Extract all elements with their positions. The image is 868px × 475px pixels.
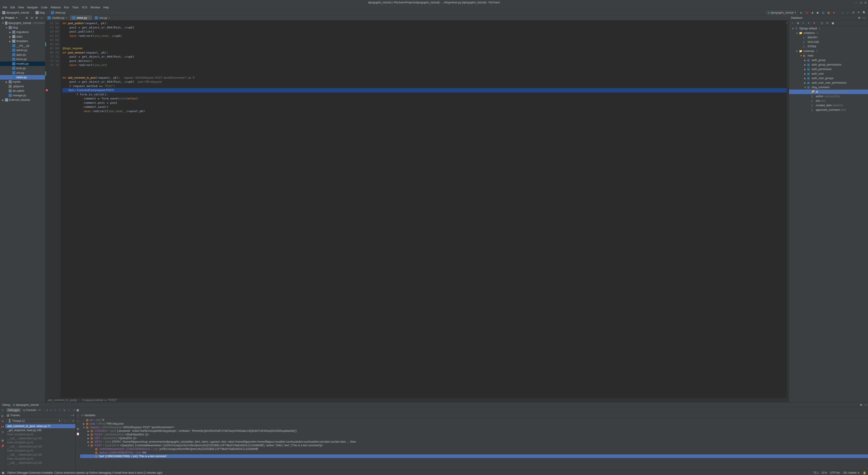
run-config-selector[interactable]: dj djangogirls_tutorial ▼ — [766, 10, 798, 15]
tree-row[interactable]: db.sqlite3 — [0, 89, 45, 93]
coverage-icon[interactable]: ⬗ — [810, 11, 814, 15]
tree-row[interactable]: ▶mysite — [0, 80, 45, 84]
tree-row[interactable]: apps.py — [0, 53, 45, 57]
concurrency-icon[interactable]: ▤ — [821, 11, 825, 15]
force-step-into-icon[interactable]: ⇲ — [62, 408, 66, 412]
db-tree-row[interactable]: ▯BINARY — [789, 35, 868, 40]
export-icon[interactable]: 📋 — [76, 432, 80, 436]
refresh-icon[interactable]: ↻ — [801, 21, 805, 25]
menu-navigate[interactable]: Navigate — [26, 5, 39, 9]
console-icon[interactable]: ▣ — [831, 21, 835, 25]
menu-run[interactable]: Run — [63, 5, 70, 9]
variable-row[interactable]: ▶▦META = {dict} {'PATH': '/home/filippov… — [80, 440, 868, 444]
prev-frame-icon[interactable]: ↑ — [63, 419, 67, 423]
run-to-cursor-icon[interactable]: →I — [71, 408, 75, 412]
menu-edit[interactable]: Edit — [9, 5, 16, 9]
breakpoint-icon[interactable] — [46, 89, 48, 91]
mute-breakpoints-icon[interactable]: ⊘ — [1, 430, 5, 434]
frame-list[interactable]: add_comment_to_post, views.py:71_get_res… — [5, 424, 75, 470]
tree-row[interactable]: .gitignore — [0, 84, 45, 89]
menu-tools[interactable]: Tools — [71, 5, 80, 9]
duplicate-icon[interactable]: ⧉ — [796, 21, 800, 25]
hide-icon[interactable]: — — [39, 16, 44, 20]
revert-icon[interactable]: ↶ — [857, 11, 861, 15]
menu-refactor[interactable]: Refactor — [49, 5, 62, 9]
tree-row[interactable]: forms.py — [0, 57, 45, 62]
tool-windows-icon[interactable]: ▣ — [2, 471, 4, 474]
profile-icon[interactable]: ◉ — [815, 11, 819, 15]
file-encoding[interactable]: UTF-8≑ — [830, 471, 840, 474]
scroll-from-source-icon[interactable]: ⊕ — [25, 16, 29, 20]
tree-row[interactable]: __init__.py — [0, 43, 45, 48]
menu-code[interactable]: Code — [39, 5, 49, 9]
db-tree-row[interactable]: ▶▦auth_permission — [789, 67, 868, 71]
evaluate-icon[interactable]: ▦ — [76, 408, 80, 412]
stop-icon[interactable]: ■ — [1, 419, 5, 423]
db-tree-row[interactable]: ▼◧main — [789, 53, 868, 58]
variable-row[interactable]: ▦'csrfmiddlewaretoken' (139923459050424)… — [80, 447, 868, 451]
variable-row[interactable]: ▶▦COOKIES = {dict} {'sessionid': 'w3ie27… — [80, 429, 868, 433]
debug-icon[interactable]: 🐞 — [805, 11, 809, 15]
db-tree-row[interactable]: ▶▦auth_user_groups — [789, 76, 868, 81]
edit-icon[interactable]: ✎ — [825, 21, 829, 25]
db-tree-row[interactable]: ▶▦auth_group — [789, 58, 868, 62]
menu-vcs[interactable]: VCS — [80, 5, 89, 9]
line-separator[interactable]: LF≑ — [822, 471, 827, 474]
attach-icon[interactable]: ▦ — [827, 11, 831, 15]
add-icon[interactable]: ＋ — [790, 21, 795, 25]
filter-icon[interactable]: ▼ — [807, 21, 811, 25]
maximize-icon[interactable]: ◻ — [860, 1, 863, 4]
breadcrumb[interactable]: blog — [35, 11, 46, 15]
db-tree-row[interactable]: ▼▦blog_comment — [789, 85, 868, 90]
frame-row[interactable]: __call__, deprecation.py:140 — [5, 436, 75, 440]
menu-window[interactable]: Window — [89, 5, 101, 9]
close-icon[interactable]: ✕ — [864, 1, 867, 4]
db-tree-row[interactable]: ▯RTRIM — [789, 44, 868, 49]
next-frame-icon[interactable]: ↓ — [67, 419, 71, 423]
db-tree-row[interactable]: ▯author varchar(200) — [789, 94, 868, 99]
db-tree-row[interactable]: ▯created_date datetime — [789, 103, 868, 107]
variable-row[interactable]: ▶▦FILES = {MultiValueDict} <MultiValueDi… — [80, 433, 868, 436]
variable-row[interactable]: ▶▦post = {Post} Fifth blog post — [80, 422, 868, 425]
close-icon[interactable]: × — [66, 16, 67, 20]
db-tree-row[interactable]: ▶▦auth_user_user_permissions — [789, 81, 868, 85]
frame-row[interactable]: add_comment_to_post, views.py:71 — [5, 424, 75, 428]
tree-row[interactable]: ▼djangogirls_tutorial ~/Pycharm — [0, 21, 45, 25]
variable-row[interactable]: ▶▦GET = {QueryDict} <QueryDict: {}> — [80, 436, 868, 440]
rerun-icon[interactable]: ↻ — [1, 408, 5, 412]
debugger-tab[interactable]: Debugger — [6, 408, 21, 412]
thread-selector[interactable]: 🧵 Thread-12 ▼ — [6, 419, 62, 423]
settings-icon[interactable]: ⚙ — [1, 439, 5, 443]
db-tree-row[interactable]: ▼📁collations3 — [789, 31, 868, 35]
editor-tab[interactable]: models.py× — [45, 15, 70, 20]
variable-row[interactable]: ▦pk = {str} '5' — [80, 418, 868, 422]
menu-help[interactable]: Help — [102, 5, 111, 9]
tree-row[interactable]: ▶External Libraries — [0, 98, 45, 102]
error-stripe[interactable] — [786, 20, 789, 398]
step-into-icon[interactable]: ⤹ — [53, 408, 57, 412]
stop-icon[interactable]: ■ — [832, 11, 836, 15]
step-over-icon[interactable]: ⤼ — [49, 408, 53, 412]
search-icon[interactable]: 🔍 — [862, 11, 866, 15]
up-icon[interactable]: ↑ — [76, 414, 80, 418]
tree-row[interactable]: ▶templates — [0, 39, 45, 43]
variables-tree[interactable]: ▦pk = {str} '5'▶▦post = {Post} Fifth blo… — [80, 418, 868, 470]
minimize-icon[interactable]: – — [855, 1, 858, 4]
frame-row[interactable]: __call__, deprecation.py:140 — [5, 453, 75, 457]
tree-row[interactable]: ▼blog — [0, 25, 45, 30]
editor-tab[interactable]: urls.py× — [93, 15, 113, 20]
database-tree[interactable]: ▼🛢Django default1▼📁collations3▯BINARY▯NO… — [789, 26, 868, 402]
down-icon[interactable]: ↓ — [76, 419, 80, 423]
restore-icon[interactable]: ⟳ — [71, 419, 75, 423]
hide-icon[interactable]: — — [862, 16, 866, 20]
breadcrumb[interactable]: views.py — [50, 11, 66, 15]
db-tree-row[interactable]: 🔑id integer (auto increment) — [789, 90, 868, 94]
update-icon[interactable]: ⤓ — [840, 11, 844, 15]
stop-icon[interactable]: ■ — [812, 21, 816, 25]
breadcrumb[interactable]: djangogirls_tutorial — [1, 11, 30, 15]
close-icon[interactable]: × — [108, 16, 110, 20]
tree-row[interactable]: tests.py — [0, 66, 45, 70]
history-icon[interactable]: ↺ — [851, 11, 855, 15]
commit-icon[interactable]: ✓ — [846, 11, 850, 15]
pin-icon[interactable]: 📌 — [1, 444, 5, 448]
